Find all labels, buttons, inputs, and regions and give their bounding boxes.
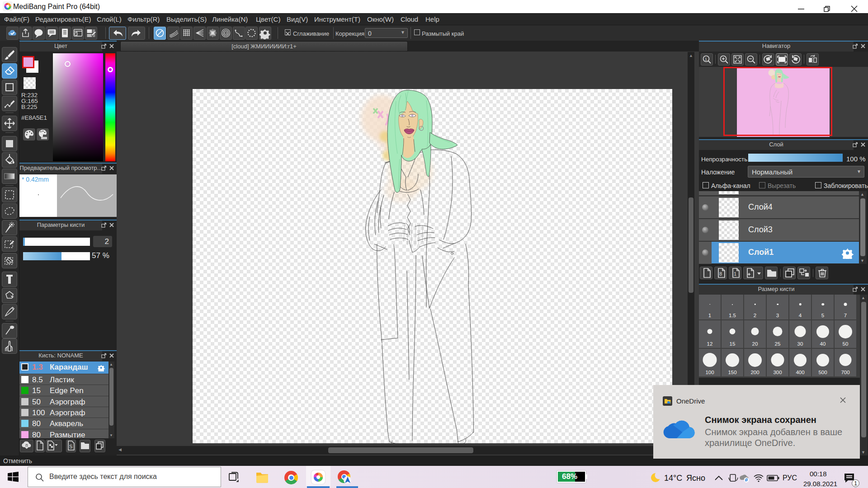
svg-text:1: 1: [705, 57, 707, 61]
svg-text:8: 8: [719, 271, 722, 277]
svg-text:1: 1: [734, 271, 736, 277]
svg-text:S: S: [69, 444, 72, 449]
